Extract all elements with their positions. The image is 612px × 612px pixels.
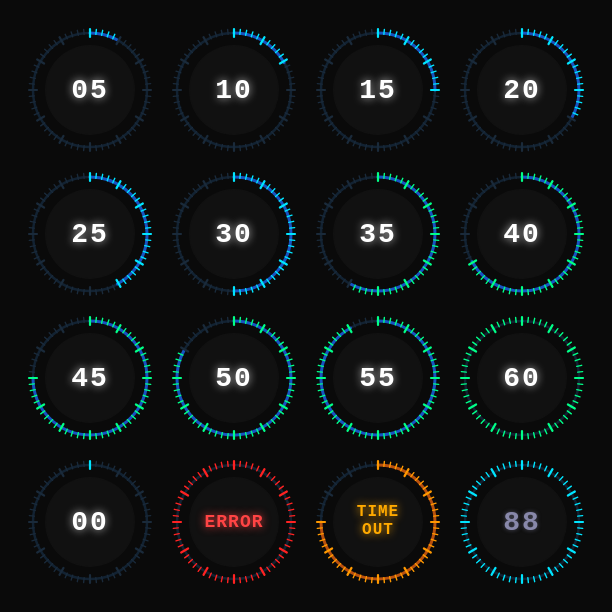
svg-line-789 [29, 528, 34, 529]
timer-label-t60: 60 [503, 363, 541, 394]
timer-inner-t55: 55 [334, 334, 422, 422]
svg-line-776 [84, 578, 85, 583]
timer-inner-t45: 45 [46, 334, 134, 422]
timer-inner-t50: 50 [190, 334, 278, 422]
svg-line-714 [516, 434, 517, 439]
svg-line-293 [29, 240, 34, 241]
timer-inner-t15: 15 [334, 46, 422, 134]
svg-line-201 [578, 84, 583, 85]
timer-label-t55: 55 [359, 363, 397, 394]
svg-line-511 [146, 372, 151, 373]
svg-line-280 [84, 290, 85, 295]
timer-label-t10: 10 [215, 75, 253, 106]
svg-line-851 [173, 528, 178, 529]
svg-line-637 [434, 384, 439, 385]
svg-line-590 [228, 434, 229, 439]
svg-line-928 [372, 461, 373, 466]
svg-line-665 [317, 384, 322, 385]
timer-label-t40: 40 [503, 219, 541, 250]
svg-line-387 [434, 228, 439, 229]
svg-line-932 [528, 461, 529, 466]
svg-line-808 [240, 461, 241, 466]
svg-line-417 [317, 240, 322, 241]
timer-label-t25: 25 [71, 219, 109, 250]
svg-line-947 [578, 528, 583, 529]
svg-line-945 [578, 516, 583, 517]
svg-line-667 [317, 372, 322, 373]
svg-line-990 [516, 461, 517, 466]
svg-line-312 [240, 173, 241, 178]
svg-line-481 [461, 228, 466, 229]
svg-line-265 [146, 240, 151, 241]
timer-inner-t25: 25 [46, 190, 134, 278]
svg-line-47 [29, 84, 34, 85]
svg-line-898 [384, 578, 385, 583]
svg-line-746 [96, 461, 97, 466]
svg-line-960 [528, 578, 529, 583]
svg-line-60 [84, 29, 85, 34]
svg-line-432 [372, 173, 373, 178]
svg-line-340 [240, 290, 241, 295]
svg-line-139 [434, 84, 439, 85]
timer-label-ttimeout: TIMEOUT [357, 504, 399, 539]
timer-label-t30: 30 [215, 219, 253, 250]
svg-line-370 [228, 173, 229, 178]
timer-inner-t30: 30 [190, 190, 278, 278]
svg-line-402 [384, 290, 385, 295]
timer-inner-t10: 10 [190, 46, 278, 134]
svg-line-742 [516, 317, 517, 322]
svg-line-885 [434, 528, 439, 529]
svg-line-342 [228, 290, 229, 295]
svg-line-263 [146, 228, 151, 229]
svg-line-774 [96, 578, 97, 583]
svg-line-635 [434, 372, 439, 373]
svg-line-603 [173, 384, 178, 385]
svg-line-761 [146, 528, 151, 529]
svg-line-122 [228, 29, 229, 34]
svg-line-15 [146, 84, 151, 85]
svg-line-327 [290, 240, 295, 241]
timer-t35: 35 [313, 169, 443, 299]
svg-line-605 [173, 372, 178, 373]
svg-line-900 [372, 578, 373, 583]
svg-line-203 [578, 96, 583, 97]
svg-line-419 [317, 228, 322, 229]
timer-t25: 25 [25, 169, 155, 299]
timer-label-t00: 00 [71, 507, 109, 538]
timer-t88: 88 [457, 457, 587, 587]
svg-line-154 [384, 146, 385, 151]
timer-inner-t88: 88 [478, 478, 566, 566]
timer-inner-t00: 00 [46, 478, 134, 566]
svg-line-541 [29, 384, 34, 385]
svg-line-838 [228, 578, 229, 583]
svg-line-79 [290, 96, 295, 97]
svg-line-374 [384, 173, 385, 178]
svg-line-231 [461, 96, 466, 97]
svg-line-650 [384, 434, 385, 439]
svg-line-915 [317, 516, 322, 517]
svg-line-464 [528, 290, 529, 295]
svg-line-17 [146, 96, 151, 97]
svg-line-141 [434, 96, 439, 97]
svg-line-528 [84, 434, 85, 439]
svg-line-218 [516, 146, 517, 151]
timer-inner-t20: 20 [478, 46, 566, 134]
timer-inner-t60: 60 [478, 334, 566, 422]
svg-line-295 [29, 228, 34, 229]
svg-line-77 [290, 84, 295, 85]
timer-inner-t40: 40 [478, 190, 566, 278]
timer-label-t35: 35 [359, 219, 397, 250]
svg-line-466 [516, 290, 517, 295]
svg-line-622 [384, 317, 385, 322]
svg-line-308 [84, 173, 85, 178]
svg-line-575 [290, 384, 295, 385]
timer-t00: 00 [25, 457, 155, 587]
timer-terror: ERROR [169, 457, 299, 587]
svg-line-156 [372, 146, 373, 151]
svg-line-32 [84, 146, 85, 151]
svg-line-526 [96, 434, 97, 439]
svg-line-479 [461, 240, 466, 241]
svg-line-791 [29, 516, 34, 517]
svg-line-498 [96, 317, 97, 322]
svg-line-171 [317, 84, 322, 85]
